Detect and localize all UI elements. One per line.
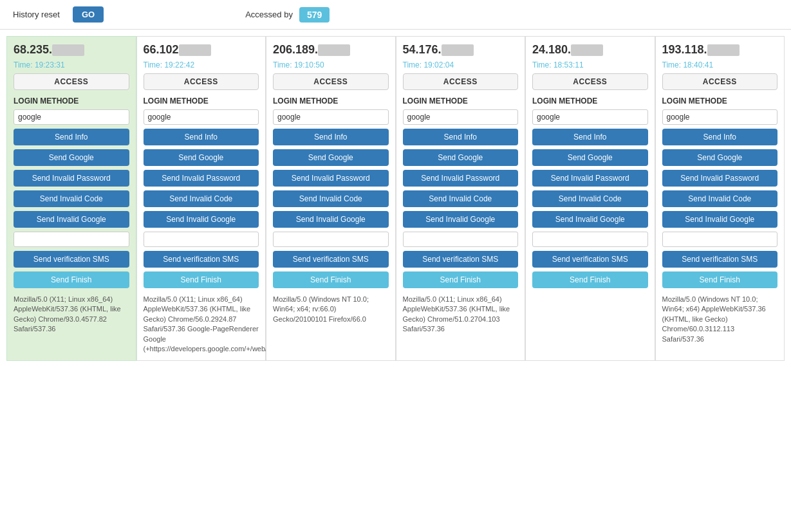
send-finish-button[interactable]: Send Finish — [532, 271, 648, 288]
card-0: 68.235. Time: 19:23:31 ACCESS LOGIN METH… — [6, 36, 136, 361]
user-agent: Mozilla/5.0 (Windows NT 10.0; Win64; x64… — [662, 295, 778, 344]
accessed-label: Accessed by — [245, 10, 293, 19]
send-verification-sms-button[interactable]: Send verification SMS — [403, 251, 519, 268]
time-text: Time: 19:23:31 — [14, 60, 129, 69]
send-verification-sms-button[interactable]: Send verification SMS — [273, 251, 389, 268]
login-method-input[interactable] — [14, 109, 129, 125]
card-2: 206.189. Time: 19:10:50 ACCESS LOGIN MET… — [266, 36, 396, 361]
accessed-section: Accessed by 579 — [245, 7, 330, 23]
history-reset-label: History reset — [13, 10, 60, 19]
send-google-button[interactable]: Send Google — [403, 149, 519, 166]
access-button[interactable]: ACCESS — [14, 73, 129, 90]
send-invalid-password-button[interactable]: Send Invalid Password — [273, 170, 389, 187]
send-invalid-google-button[interactable]: Send Invalid Google — [273, 211, 389, 228]
send-invalid-code-button[interactable]: Send Invalid Code — [662, 190, 778, 207]
sms-input[interactable] — [144, 232, 259, 247]
login-method-input[interactable] — [532, 109, 648, 125]
go-button[interactable]: GO — [73, 6, 104, 23]
send-finish-button[interactable]: Send Finish — [273, 271, 389, 288]
login-method-label: LOGIN METHODE — [273, 96, 389, 105]
send-verification-sms-button[interactable]: Send verification SMS — [14, 251, 129, 268]
send-info-button[interactable]: Send Info — [144, 129, 259, 145]
send-invalid-google-button[interactable]: Send Invalid Google — [532, 211, 648, 228]
send-invalid-google-button[interactable]: Send Invalid Google — [144, 211, 259, 228]
send-info-button[interactable]: Send Info — [14, 129, 129, 145]
send-finish-button[interactable]: Send Finish — [14, 271, 129, 288]
user-agent: Mozilla/5.0 (X11; Linux x86_64) AppleWeb… — [144, 295, 259, 354]
send-invalid-code-button[interactable]: Send Invalid Code — [403, 190, 519, 207]
send-invalid-password-button[interactable]: Send Invalid Password — [144, 170, 259, 187]
card-5: 193.118. Time: 18:40:41 ACCESS LOGIN MET… — [655, 36, 785, 361]
access-button[interactable]: ACCESS — [273, 73, 389, 90]
send-invalid-code-button[interactable]: Send Invalid Code — [14, 190, 129, 207]
login-method-label: LOGIN METHODE — [662, 96, 778, 105]
ip-address: 193.118. — [662, 43, 778, 57]
login-method-input[interactable] — [403, 109, 519, 125]
login-method-input[interactable] — [144, 109, 259, 125]
send-verification-sms-button[interactable]: Send verification SMS — [532, 251, 648, 268]
send-google-button[interactable]: Send Google — [273, 149, 389, 166]
ip-address: 54.176. — [403, 43, 519, 57]
top-bar: History reset GO Accessed by 579 — [0, 0, 791, 30]
time-text: Time: 19:02:04 — [403, 60, 519, 69]
send-invalid-password-button[interactable]: Send Invalid Password — [532, 170, 648, 187]
access-button[interactable]: ACCESS — [403, 73, 519, 90]
send-invalid-google-button[interactable]: Send Invalid Google — [403, 211, 519, 228]
send-verification-sms-button[interactable]: Send verification SMS — [144, 251, 259, 268]
sms-input[interactable] — [403, 232, 519, 247]
access-button[interactable]: ACCESS — [662, 73, 778, 90]
send-invalid-password-button[interactable]: Send Invalid Password — [403, 170, 519, 187]
sms-input[interactable] — [14, 232, 129, 247]
time-text: Time: 19:22:42 — [144, 60, 259, 69]
send-invalid-google-button[interactable]: Send Invalid Google — [14, 211, 129, 228]
send-finish-button[interactable]: Send Finish — [662, 271, 778, 288]
send-google-button[interactable]: Send Google — [662, 149, 778, 166]
send-invalid-password-button[interactable]: Send Invalid Password — [662, 170, 778, 187]
send-invalid-code-button[interactable]: Send Invalid Code — [532, 190, 648, 207]
send-verification-sms-button[interactable]: Send verification SMS — [662, 251, 778, 268]
sms-input[interactable] — [273, 232, 389, 247]
cards-container: 68.235. Time: 19:23:31 ACCESS LOGIN METH… — [0, 30, 791, 367]
accessed-count: 579 — [299, 7, 330, 23]
login-method-label: LOGIN METHODE — [144, 96, 259, 105]
user-agent: Mozilla/5.0 (X11; Linux x86_64) AppleWeb… — [14, 295, 129, 335]
send-info-button[interactable]: Send Info — [403, 129, 519, 145]
ip-address: 206.189. — [273, 43, 389, 57]
send-google-button[interactable]: Send Google — [14, 149, 129, 166]
send-info-button[interactable]: Send Info — [662, 129, 778, 145]
send-invalid-google-button[interactable]: Send Invalid Google — [662, 211, 778, 228]
user-agent: Mozilla/5.0 (X11; Linux x86_64) AppleWeb… — [403, 295, 519, 335]
send-finish-button[interactable]: Send Finish — [403, 271, 519, 288]
ip-address: 24.180. — [532, 43, 648, 57]
login-method-label: LOGIN METHODE — [14, 96, 129, 105]
time-text: Time: 18:40:41 — [662, 60, 778, 69]
card-4: 24.180. Time: 18:53:11 ACCESS LOGIN METH… — [525, 36, 655, 361]
login-method-input[interactable] — [662, 109, 778, 125]
access-button[interactable]: ACCESS — [144, 73, 259, 90]
ip-address: 68.235. — [14, 43, 129, 57]
login-method-label: LOGIN METHODE — [403, 96, 519, 105]
card-3: 54.176. Time: 19:02:04 ACCESS LOGIN METH… — [396, 36, 526, 361]
ip-address: 66.102 — [144, 43, 259, 57]
sms-input[interactable] — [662, 232, 778, 247]
access-button[interactable]: ACCESS — [532, 73, 648, 90]
time-text: Time: 19:10:50 — [273, 60, 389, 69]
send-google-button[interactable]: Send Google — [144, 149, 259, 166]
login-method-input[interactable] — [273, 109, 389, 125]
send-invalid-password-button[interactable]: Send Invalid Password — [14, 170, 129, 187]
send-info-button[interactable]: Send Info — [273, 129, 389, 145]
time-text: Time: 18:53:11 — [532, 60, 648, 69]
send-info-button[interactable]: Send Info — [532, 129, 648, 145]
user-agent: Mozilla/5.0 (Windows NT 10.0; Win64; x64… — [273, 295, 389, 324]
card-1: 66.102 Time: 19:22:42 ACCESS LOGIN METHO… — [136, 36, 266, 361]
send-finish-button[interactable]: Send Finish — [144, 271, 259, 288]
sms-input[interactable] — [532, 232, 648, 247]
send-invalid-code-button[interactable]: Send Invalid Code — [273, 190, 389, 207]
send-google-button[interactable]: Send Google — [532, 149, 648, 166]
send-invalid-code-button[interactable]: Send Invalid Code — [144, 190, 259, 207]
login-method-label: LOGIN METHODE — [532, 96, 648, 105]
